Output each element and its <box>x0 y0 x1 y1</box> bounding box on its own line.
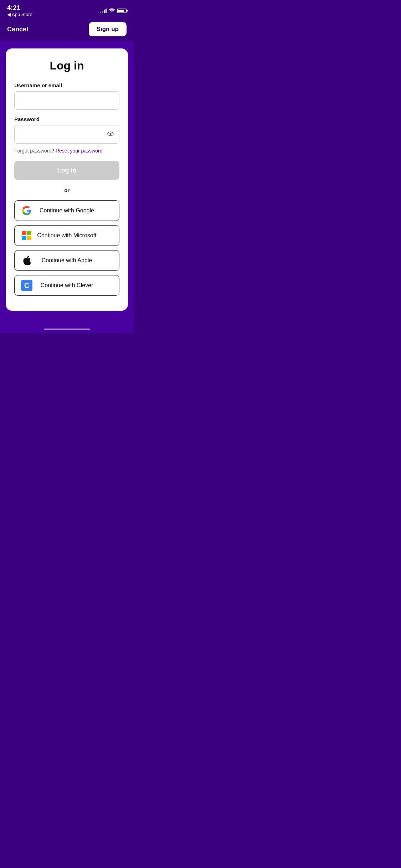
apple-login-button[interactable]: Continue with Apple <box>14 250 119 271</box>
status-icons <box>100 8 127 14</box>
username-label: Username or email <box>14 82 119 88</box>
cancel-button[interactable]: Cancel <box>7 26 28 33</box>
google-login-button[interactable]: Continue with Google <box>14 200 119 221</box>
apple-button-label: Continue with Apple <box>22 257 112 264</box>
login-title: Log in <box>14 59 119 72</box>
clever-login-button[interactable]: C Continue with Clever <box>14 275 119 296</box>
divider-line-right <box>74 190 119 190</box>
eye-icon[interactable] <box>107 130 114 139</box>
battery-icon <box>117 9 127 13</box>
status-time: 4:21 <box>7 4 32 12</box>
apple-icon <box>20 254 33 267</box>
divider-label: or <box>64 187 70 193</box>
username-input[interactable] <box>14 91 119 110</box>
nav-bar: Cancel Sign up <box>0 19 134 41</box>
divider-line-left <box>14 190 60 190</box>
microsoft-icon <box>20 229 33 242</box>
reset-password-link[interactable]: Reset your password <box>56 148 103 154</box>
login-button[interactable]: Log in <box>14 161 119 180</box>
status-left: 4:21 ◀ App Store <box>7 4 32 17</box>
app-store-back[interactable]: ◀ App Store <box>7 12 32 17</box>
login-card: Log in Username or email Password Forgot… <box>6 48 128 311</box>
forgot-password-text: Forgot password? Reset your password <box>14 148 119 154</box>
password-label: Password <box>14 116 119 122</box>
svg-point-1 <box>109 133 111 135</box>
google-icon <box>20 204 33 217</box>
microsoft-button-label: Continue with Microsoft <box>22 232 112 239</box>
signup-button[interactable]: Sign up <box>89 22 127 36</box>
back-chevron: ◀ <box>7 12 11 17</box>
password-wrapper <box>14 125 119 144</box>
home-bar <box>44 329 90 330</box>
microsoft-login-button[interactable]: Continue with Microsoft <box>14 225 119 246</box>
wifi-icon <box>109 8 115 14</box>
status-bar: 4:21 ◀ App Store <box>0 0 134 19</box>
clever-button-label: Continue with Clever <box>22 282 112 289</box>
main-content: Log in Username or email Password Forgot… <box>0 41 134 325</box>
google-button-label: Continue with Google <box>22 207 112 214</box>
password-input[interactable] <box>14 125 119 144</box>
home-indicator <box>0 325 134 333</box>
signal-icon <box>100 8 107 13</box>
clever-icon: C <box>20 279 33 292</box>
divider: or <box>14 187 119 193</box>
